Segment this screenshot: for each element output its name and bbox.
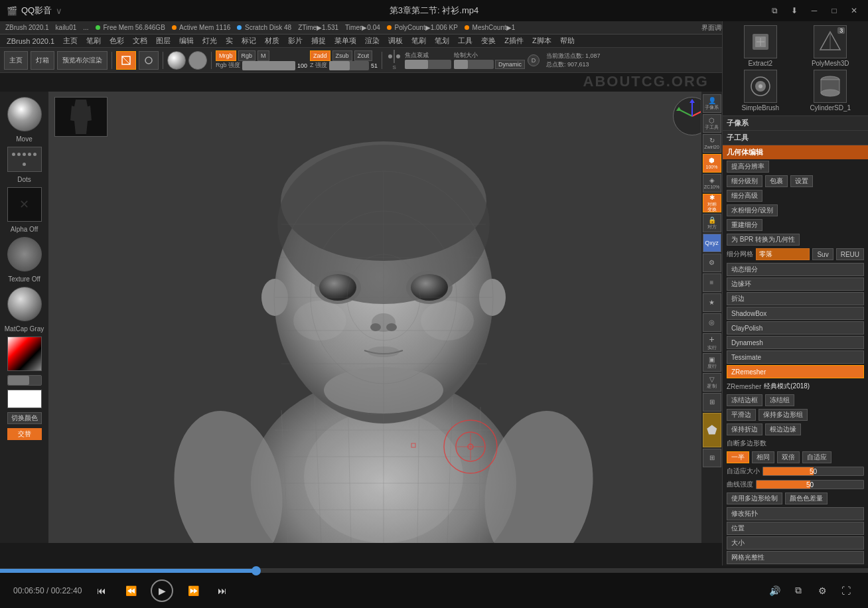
prev-button[interactable]: ⏮ xyxy=(92,581,111,600)
settings-button[interactable]: ⚙ xyxy=(814,582,831,599)
rgb-intensity-slider[interactable] xyxy=(242,61,295,70)
close-button[interactable]: ✕ xyxy=(847,3,861,18)
adapt-size-slider[interactable]: 50 xyxy=(762,467,864,476)
m-button[interactable]: M xyxy=(257,50,269,61)
menu-render[interactable]: 渲染 xyxy=(361,35,384,47)
subdiv-mesh-input[interactable]: 零落 xyxy=(756,248,810,260)
focal-slider[interactable] xyxy=(405,60,451,69)
freeze-border-btn[interactable]: 冻结边框 xyxy=(727,394,762,406)
menu-brush[interactable]: 笔刷 xyxy=(407,35,430,47)
adaptive2-btn[interactable]: 自适应 xyxy=(802,451,832,463)
zadd-button[interactable]: Zadd xyxy=(310,50,330,61)
menu-zscript[interactable]: Z脚本 xyxy=(528,35,555,47)
fullscreen-button[interactable]: ⛶ xyxy=(837,582,855,599)
tessimate-btn[interactable]: Tessimate xyxy=(727,350,864,364)
color-swatch[interactable] xyxy=(7,337,42,371)
wrap-btn[interactable]: 包裹 xyxy=(765,175,788,187)
surface-subdivide-btn[interactable]: 水粉细分/设别 xyxy=(727,204,778,216)
step-back-button[interactable]: ⏪ xyxy=(121,581,140,600)
xyz-icon-btn[interactable]: Qxyz xyxy=(703,234,721,252)
download-button[interactable]: ⬇ xyxy=(787,3,802,18)
maximize-button[interactable]: □ xyxy=(827,3,841,18)
material-preview-sphere[interactable] xyxy=(167,51,186,70)
subtool2-header[interactable]: 子工具 xyxy=(723,131,868,145)
dynamic-button[interactable]: Dynamic xyxy=(495,60,525,69)
plus-icon-btn[interactable]: + 实行 xyxy=(703,333,721,352)
zsub-button[interactable]: Zsub xyxy=(332,50,352,61)
pose-icon-btn[interactable]: ✱ 对称变换 xyxy=(703,194,721,212)
brush-preview[interactable] xyxy=(7,97,42,131)
use-poly-paint-btn[interactable]: 使用多边形绘制 xyxy=(727,493,782,504)
volume-button[interactable]: 🔊 xyxy=(766,582,783,599)
convert-btn[interactable]: 为 BPR 转换为几何性 xyxy=(727,234,800,246)
position-btn[interactable]: 位置 xyxy=(727,522,864,535)
settings2-icon-btn[interactable]: ⚙ xyxy=(703,254,721,272)
rgb-button[interactable]: Rgb xyxy=(238,50,256,61)
color-slider[interactable] xyxy=(7,375,42,386)
menu-zplugin[interactable]: Z插件 xyxy=(500,35,528,47)
switch-color-button[interactable]: 切换颜色 xyxy=(7,412,42,424)
texture-preview[interactable] xyxy=(7,237,42,271)
menu-layer[interactable]: 图层 xyxy=(152,35,175,47)
swap-button[interactable]: 交替 xyxy=(7,428,42,440)
subdivide-high-btn[interactable]: 细分高级 xyxy=(727,190,762,202)
lamp-button[interactable]: 灯箱 xyxy=(31,51,54,70)
z-intensity-slider[interactable] xyxy=(329,61,369,70)
menu-stroke[interactable]: 笔划 xyxy=(431,35,453,47)
pip-button[interactable]: ⧉ xyxy=(767,3,782,18)
subtool-icon-btn[interactable]: 👤 子像系 xyxy=(703,94,721,113)
freeze-group-btn[interactable]: 冻结组 xyxy=(765,394,794,406)
star-icon-btn[interactable]: ★ xyxy=(703,293,721,312)
material-preview-flat[interactable] xyxy=(188,51,207,70)
menu-file[interactable]: 文档 xyxy=(129,35,151,47)
d-toggle-button[interactable]: D xyxy=(528,54,540,66)
draw-button[interactable] xyxy=(139,51,159,70)
play-button[interactable]: ▶ xyxy=(151,579,173,602)
white-swatch[interactable] xyxy=(7,390,42,408)
smooth-btn[interactable]: 平滑边 xyxy=(727,409,756,421)
bevel-btn[interactable]: 折边 xyxy=(727,292,864,305)
alpha-preview[interactable]: ✕ xyxy=(7,187,42,222)
dynamic-subdiv-btn[interactable]: 动态细分 xyxy=(727,263,864,276)
step-forward-button[interactable]: ⏩ xyxy=(184,581,202,600)
menu-alpha[interactable]: 主页 xyxy=(59,35,82,47)
symmetry-icon[interactable] xyxy=(386,50,402,63)
keep-smooth-btn[interactable]: 保持多边形组 xyxy=(759,409,808,421)
progress-thumb[interactable] xyxy=(252,566,261,575)
modify-topology-btn[interactable]: 修改拓扑 xyxy=(727,507,864,520)
brush-extract2[interactable]: Extract2 xyxy=(727,25,794,67)
dots-preview[interactable] xyxy=(7,147,42,172)
set-btn[interactable]: 设置 xyxy=(790,175,813,187)
menu-pen[interactable]: 笔刷 xyxy=(82,35,105,47)
brush-cylindersd1[interactable]: CylinderSD_1 xyxy=(797,70,865,112)
rebuild-btn[interactable]: 重建细分 xyxy=(727,219,762,231)
subtool-header[interactable]: 子像系 xyxy=(723,116,868,130)
menu-tool[interactable]: 工具 xyxy=(454,35,476,47)
menu-zbrush[interactable]: ZBrush 2020.1 xyxy=(3,36,58,46)
brush-simplebrush[interactable]: SimpleBrush xyxy=(727,70,794,112)
filter-icon-btn[interactable]: ▽ 逻 制 xyxy=(703,373,721,392)
loop-icon-btn[interactable]: ↻ Zwirl20 xyxy=(703,134,721,153)
edge-loop-btn[interactable]: 边缘环 xyxy=(727,277,864,291)
geometry-header[interactable]: 几何体编辑 xyxy=(723,145,868,159)
smooth-border-btn[interactable]: 根边边缘 xyxy=(765,423,801,435)
render2-icon-btn[interactable]: ▣ 度行 xyxy=(703,353,721,372)
menu-shadow[interactable]: 实 xyxy=(222,35,237,47)
reuu-btn[interactable]: REUU xyxy=(836,248,864,260)
menu-snap[interactable]: 捕捉 xyxy=(307,35,330,47)
subdivide-btn[interactable]: 细分级别 xyxy=(727,175,762,187)
lock-icon-btn[interactable]: 🔒 对方 xyxy=(703,214,721,232)
viewport-thumbnail[interactable] xyxy=(54,97,108,137)
target-icon-btn[interactable]: ◎ xyxy=(703,313,721,332)
color-density-btn[interactable]: 颜色色差量 xyxy=(785,493,828,504)
menu-menuitem[interactable]: 菜单项 xyxy=(330,35,360,47)
size-btn[interactable]: 大小 xyxy=(727,536,864,550)
draw-size-slider[interactable] xyxy=(454,60,494,69)
menu-material[interactable]: 材质 xyxy=(261,35,283,47)
menu-movie[interactable]: 影片 xyxy=(284,35,307,47)
same-btn[interactable]: 相同 xyxy=(752,451,774,463)
zremesher-btn[interactable]: ZRemesher xyxy=(727,365,864,378)
mesh-integrity-btn[interactable]: 网格光整性 xyxy=(727,551,864,564)
menu-color[interactable]: 色彩 xyxy=(106,35,128,47)
matcap-preview[interactable] xyxy=(7,287,42,321)
